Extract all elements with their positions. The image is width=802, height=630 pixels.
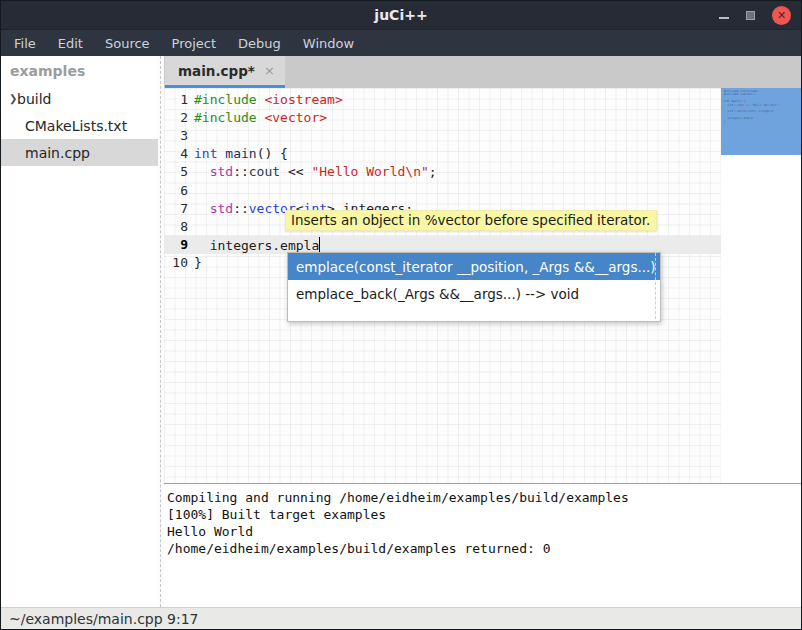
main-area: examples ❯buildCMakeLists.txtmain.cpp ma… [1, 56, 801, 607]
tree-item-build[interactable]: ❯build [1, 85, 158, 112]
code-line-5[interactable]: 5 std::cout << "Hello World\n"; [164, 163, 721, 181]
menu-file[interactable]: File [3, 32, 47, 55]
autocomplete-popup: emplace(const_iterator __position, _Args… [287, 252, 661, 322]
menu-edit[interactable]: Edit [47, 32, 94, 55]
line-number: 3 [164, 128, 190, 143]
file-tree-sidebar: examples ❯buildCMakeLists.txtmain.cpp [1, 56, 158, 607]
line-text: int main() { [190, 146, 288, 161]
completion-item[interactable]: emplace(const_iterator __position, _Args… [288, 253, 660, 280]
expander-icon[interactable]: ❯ [1, 93, 17, 104]
window-title: juCi++ [1, 7, 801, 23]
output-line: [100%] Built target examples [167, 506, 801, 523]
status-path-position: ~/examples/main.cpp 9:17 [9, 611, 199, 627]
editor-column: main.cpp* × 1#include <iostream>2#includ… [164, 56, 801, 607]
code-line-6[interactable]: 6 [164, 181, 721, 199]
line-text: integers.empla [190, 237, 320, 253]
line-number: 5 [164, 164, 190, 179]
line-number: 7 [164, 201, 190, 216]
close-icon[interactable]: ✕ [772, 6, 791, 25]
window-controls: ✕ [719, 6, 801, 25]
line-number: 8 [164, 219, 190, 234]
menubar: FileEditSourceProjectDebugWindow [1, 30, 801, 56]
code-editor[interactable]: 1#include <iostream>2#include <vector>34… [164, 88, 721, 483]
file-tree: ❯buildCMakeLists.txtmain.cpp [1, 85, 158, 166]
build-output-panel: Compiling and running /home/eidheim/exam… [164, 487, 801, 607]
tree-item-cmakelists-txt[interactable]: CMakeLists.txt [1, 112, 158, 139]
project-name-label: examples [1, 56, 158, 85]
doc-tooltip: Inserts an object in %vector before spec… [285, 210, 657, 231]
code-line-1[interactable]: 1#include <iostream> [164, 90, 721, 108]
menu-debug[interactable]: Debug [227, 32, 292, 55]
text-cursor [319, 237, 320, 252]
line-number: 10 [164, 255, 190, 270]
line-number: 2 [164, 110, 190, 125]
maximize-icon[interactable] [746, 11, 755, 20]
statusbar: ~/examples/main.cpp 9:17 [1, 607, 801, 629]
line-number: 1 [164, 92, 190, 107]
output-line: Hello World [167, 523, 801, 540]
line-number: 6 [164, 183, 190, 198]
tree-item-main-cpp[interactable]: main.cpp [1, 139, 158, 166]
menu-source[interactable]: Source [94, 32, 161, 55]
app-window: juCi++ ✕ FileEditSourceProjectDebugWindo… [0, 0, 802, 630]
code-line-2[interactable]: 2#include <vector> [164, 108, 721, 126]
line-text: #include <iostream> [190, 92, 343, 107]
tab-label: main.cpp* [178, 63, 255, 79]
menu-window[interactable]: Window [292, 32, 365, 55]
line-text: } [190, 255, 202, 270]
tab-main-cpp[interactable]: main.cpp* × [165, 56, 285, 88]
tree-item-label: build [17, 91, 51, 107]
output-line: Compiling and running /home/eidheim/exam… [167, 489, 801, 506]
code-line-9[interactable]: 9 integers.empla [164, 236, 721, 254]
minimap-code: #include <iostream> #include <vector> in… [724, 90, 780, 124]
line-number: 4 [164, 146, 190, 161]
completion-item[interactable]: emplace_back(_Args &&__args...) --> void [288, 280, 660, 307]
tabbar: main.cpp* × [164, 56, 801, 88]
code-line-4[interactable]: 4int main() { [164, 145, 721, 163]
menu-project[interactable]: Project [161, 32, 227, 55]
editor-wrap: 1#include <iostream>2#include <vector>34… [164, 88, 801, 483]
minimap[interactable]: #include <iostream> #include <vector> in… [721, 88, 801, 483]
tab-close-icon[interactable]: × [264, 63, 275, 78]
tree-item-label: CMakeLists.txt [25, 118, 127, 134]
titlebar: juCi++ ✕ [1, 1, 801, 30]
line-text: std::cout << "Hello World\n"; [190, 164, 437, 179]
minimize-icon[interactable] [719, 17, 729, 19]
tree-item-label: main.cpp [25, 145, 90, 161]
line-number: 9 [164, 237, 190, 252]
line-text: #include <vector> [190, 110, 327, 125]
output-line: /home/eidheim/examples/build/examples re… [167, 540, 801, 557]
code-line-3[interactable]: 3 [164, 126, 721, 144]
